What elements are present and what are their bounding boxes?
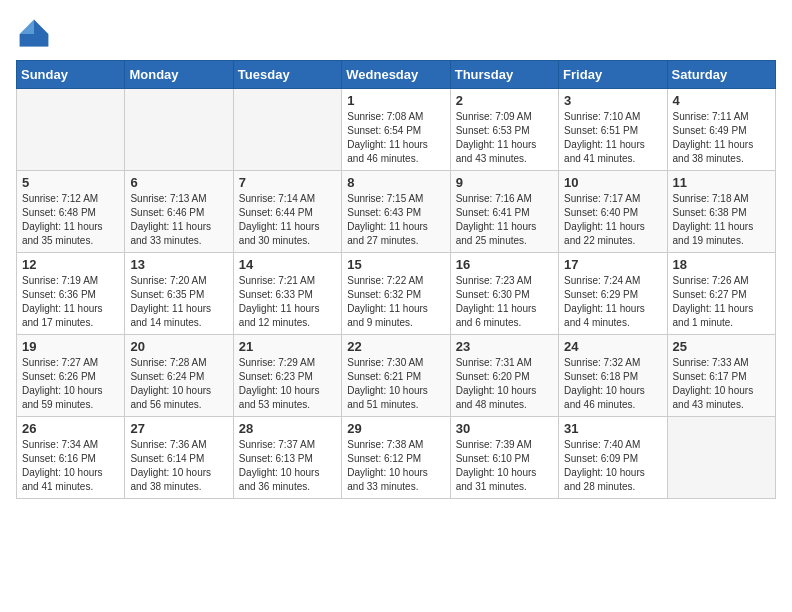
day-info: Sunrise: 7:34 AM Sunset: 6:16 PM Dayligh… bbox=[22, 438, 119, 494]
week-row-1: 1Sunrise: 7:08 AM Sunset: 6:54 PM Daylig… bbox=[17, 89, 776, 171]
column-header-monday: Monday bbox=[125, 61, 233, 89]
column-header-friday: Friday bbox=[559, 61, 667, 89]
day-cell-3: 3Sunrise: 7:10 AM Sunset: 6:51 PM Daylig… bbox=[559, 89, 667, 171]
day-info: Sunrise: 7:33 AM Sunset: 6:17 PM Dayligh… bbox=[673, 356, 770, 412]
empty-cell bbox=[667, 417, 775, 499]
day-number: 30 bbox=[456, 421, 553, 436]
day-cell-25: 25Sunrise: 7:33 AM Sunset: 6:17 PM Dayli… bbox=[667, 335, 775, 417]
day-number: 2 bbox=[456, 93, 553, 108]
day-cell-6: 6Sunrise: 7:13 AM Sunset: 6:46 PM Daylig… bbox=[125, 171, 233, 253]
empty-cell bbox=[125, 89, 233, 171]
day-info: Sunrise: 7:22 AM Sunset: 6:32 PM Dayligh… bbox=[347, 274, 444, 330]
day-number: 8 bbox=[347, 175, 444, 190]
day-cell-5: 5Sunrise: 7:12 AM Sunset: 6:48 PM Daylig… bbox=[17, 171, 125, 253]
day-info: Sunrise: 7:28 AM Sunset: 6:24 PM Dayligh… bbox=[130, 356, 227, 412]
day-number: 26 bbox=[22, 421, 119, 436]
day-cell-13: 13Sunrise: 7:20 AM Sunset: 6:35 PM Dayli… bbox=[125, 253, 233, 335]
day-info: Sunrise: 7:29 AM Sunset: 6:23 PM Dayligh… bbox=[239, 356, 336, 412]
day-info: Sunrise: 7:09 AM Sunset: 6:53 PM Dayligh… bbox=[456, 110, 553, 166]
day-cell-27: 27Sunrise: 7:36 AM Sunset: 6:14 PM Dayli… bbox=[125, 417, 233, 499]
day-cell-14: 14Sunrise: 7:21 AM Sunset: 6:33 PM Dayli… bbox=[233, 253, 341, 335]
day-number: 12 bbox=[22, 257, 119, 272]
day-info: Sunrise: 7:24 AM Sunset: 6:29 PM Dayligh… bbox=[564, 274, 661, 330]
day-number: 5 bbox=[22, 175, 119, 190]
day-info: Sunrise: 7:38 AM Sunset: 6:12 PM Dayligh… bbox=[347, 438, 444, 494]
day-number: 3 bbox=[564, 93, 661, 108]
day-number: 11 bbox=[673, 175, 770, 190]
week-row-3: 12Sunrise: 7:19 AM Sunset: 6:36 PM Dayli… bbox=[17, 253, 776, 335]
day-info: Sunrise: 7:11 AM Sunset: 6:49 PM Dayligh… bbox=[673, 110, 770, 166]
day-number: 7 bbox=[239, 175, 336, 190]
empty-cell bbox=[233, 89, 341, 171]
empty-cell bbox=[17, 89, 125, 171]
day-number: 9 bbox=[456, 175, 553, 190]
week-row-5: 26Sunrise: 7:34 AM Sunset: 6:16 PM Dayli… bbox=[17, 417, 776, 499]
day-number: 31 bbox=[564, 421, 661, 436]
day-info: Sunrise: 7:39 AM Sunset: 6:10 PM Dayligh… bbox=[456, 438, 553, 494]
day-number: 28 bbox=[239, 421, 336, 436]
column-header-sunday: Sunday bbox=[17, 61, 125, 89]
day-number: 10 bbox=[564, 175, 661, 190]
day-number: 18 bbox=[673, 257, 770, 272]
day-cell-19: 19Sunrise: 7:27 AM Sunset: 6:26 PM Dayli… bbox=[17, 335, 125, 417]
logo bbox=[16, 16, 56, 52]
calendar: SundayMondayTuesdayWednesdayThursdayFrid… bbox=[16, 60, 776, 499]
day-cell-22: 22Sunrise: 7:30 AM Sunset: 6:21 PM Dayli… bbox=[342, 335, 450, 417]
day-cell-31: 31Sunrise: 7:40 AM Sunset: 6:09 PM Dayli… bbox=[559, 417, 667, 499]
day-info: Sunrise: 7:37 AM Sunset: 6:13 PM Dayligh… bbox=[239, 438, 336, 494]
column-header-thursday: Thursday bbox=[450, 61, 558, 89]
day-number: 17 bbox=[564, 257, 661, 272]
day-cell-26: 26Sunrise: 7:34 AM Sunset: 6:16 PM Dayli… bbox=[17, 417, 125, 499]
day-info: Sunrise: 7:08 AM Sunset: 6:54 PM Dayligh… bbox=[347, 110, 444, 166]
day-number: 1 bbox=[347, 93, 444, 108]
day-cell-23: 23Sunrise: 7:31 AM Sunset: 6:20 PM Dayli… bbox=[450, 335, 558, 417]
day-cell-29: 29Sunrise: 7:38 AM Sunset: 6:12 PM Dayli… bbox=[342, 417, 450, 499]
day-info: Sunrise: 7:17 AM Sunset: 6:40 PM Dayligh… bbox=[564, 192, 661, 248]
day-number: 4 bbox=[673, 93, 770, 108]
day-info: Sunrise: 7:27 AM Sunset: 6:26 PM Dayligh… bbox=[22, 356, 119, 412]
day-info: Sunrise: 7:30 AM Sunset: 6:21 PM Dayligh… bbox=[347, 356, 444, 412]
day-cell-9: 9Sunrise: 7:16 AM Sunset: 6:41 PM Daylig… bbox=[450, 171, 558, 253]
day-info: Sunrise: 7:15 AM Sunset: 6:43 PM Dayligh… bbox=[347, 192, 444, 248]
day-cell-20: 20Sunrise: 7:28 AM Sunset: 6:24 PM Dayli… bbox=[125, 335, 233, 417]
day-info: Sunrise: 7:20 AM Sunset: 6:35 PM Dayligh… bbox=[130, 274, 227, 330]
week-row-2: 5Sunrise: 7:12 AM Sunset: 6:48 PM Daylig… bbox=[17, 171, 776, 253]
day-cell-18: 18Sunrise: 7:26 AM Sunset: 6:27 PM Dayli… bbox=[667, 253, 775, 335]
day-number: 16 bbox=[456, 257, 553, 272]
day-info: Sunrise: 7:36 AM Sunset: 6:14 PM Dayligh… bbox=[130, 438, 227, 494]
day-number: 14 bbox=[239, 257, 336, 272]
column-header-wednesday: Wednesday bbox=[342, 61, 450, 89]
day-info: Sunrise: 7:12 AM Sunset: 6:48 PM Dayligh… bbox=[22, 192, 119, 248]
day-info: Sunrise: 7:32 AM Sunset: 6:18 PM Dayligh… bbox=[564, 356, 661, 412]
column-header-tuesday: Tuesday bbox=[233, 61, 341, 89]
day-number: 22 bbox=[347, 339, 444, 354]
day-cell-10: 10Sunrise: 7:17 AM Sunset: 6:40 PM Dayli… bbox=[559, 171, 667, 253]
day-number: 21 bbox=[239, 339, 336, 354]
svg-rect-3 bbox=[20, 34, 49, 47]
day-info: Sunrise: 7:14 AM Sunset: 6:44 PM Dayligh… bbox=[239, 192, 336, 248]
day-cell-11: 11Sunrise: 7:18 AM Sunset: 6:38 PM Dayli… bbox=[667, 171, 775, 253]
day-info: Sunrise: 7:23 AM Sunset: 6:30 PM Dayligh… bbox=[456, 274, 553, 330]
day-number: 25 bbox=[673, 339, 770, 354]
day-number: 20 bbox=[130, 339, 227, 354]
day-info: Sunrise: 7:26 AM Sunset: 6:27 PM Dayligh… bbox=[673, 274, 770, 330]
day-number: 19 bbox=[22, 339, 119, 354]
day-number: 23 bbox=[456, 339, 553, 354]
day-cell-28: 28Sunrise: 7:37 AM Sunset: 6:13 PM Dayli… bbox=[233, 417, 341, 499]
day-cell-15: 15Sunrise: 7:22 AM Sunset: 6:32 PM Dayli… bbox=[342, 253, 450, 335]
day-info: Sunrise: 7:10 AM Sunset: 6:51 PM Dayligh… bbox=[564, 110, 661, 166]
day-cell-1: 1Sunrise: 7:08 AM Sunset: 6:54 PM Daylig… bbox=[342, 89, 450, 171]
day-info: Sunrise: 7:31 AM Sunset: 6:20 PM Dayligh… bbox=[456, 356, 553, 412]
day-number: 27 bbox=[130, 421, 227, 436]
day-cell-17: 17Sunrise: 7:24 AM Sunset: 6:29 PM Dayli… bbox=[559, 253, 667, 335]
week-row-4: 19Sunrise: 7:27 AM Sunset: 6:26 PM Dayli… bbox=[17, 335, 776, 417]
calendar-header-row: SundayMondayTuesdayWednesdayThursdayFrid… bbox=[17, 61, 776, 89]
day-cell-7: 7Sunrise: 7:14 AM Sunset: 6:44 PM Daylig… bbox=[233, 171, 341, 253]
day-info: Sunrise: 7:16 AM Sunset: 6:41 PM Dayligh… bbox=[456, 192, 553, 248]
day-cell-16: 16Sunrise: 7:23 AM Sunset: 6:30 PM Dayli… bbox=[450, 253, 558, 335]
day-cell-8: 8Sunrise: 7:15 AM Sunset: 6:43 PM Daylig… bbox=[342, 171, 450, 253]
day-info: Sunrise: 7:13 AM Sunset: 6:46 PM Dayligh… bbox=[130, 192, 227, 248]
day-cell-21: 21Sunrise: 7:29 AM Sunset: 6:23 PM Dayli… bbox=[233, 335, 341, 417]
page-header bbox=[16, 16, 776, 52]
day-number: 29 bbox=[347, 421, 444, 436]
